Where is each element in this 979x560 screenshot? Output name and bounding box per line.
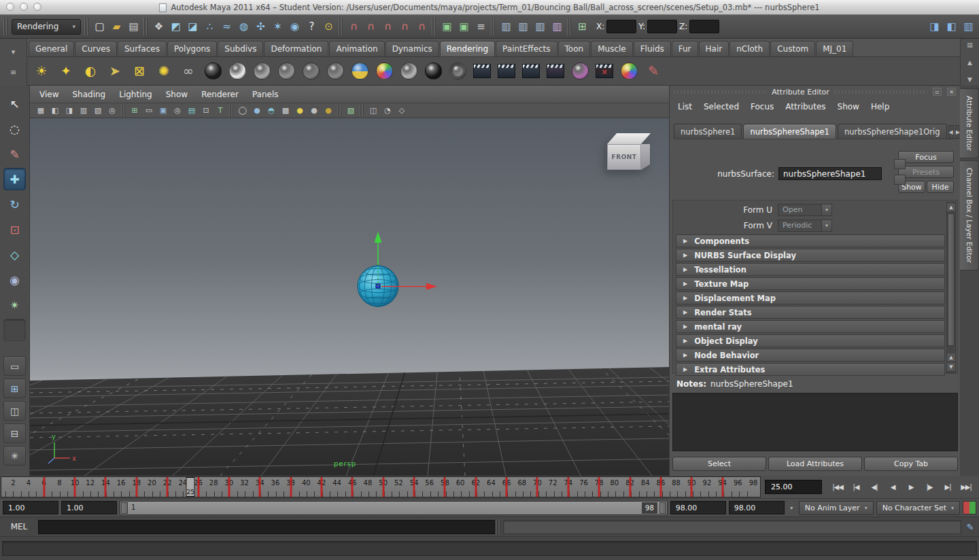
env-ball-icon[interactable] — [446, 59, 469, 84]
anisotropic-material-icon[interactable] — [275, 59, 298, 84]
bookmark-icon[interactable]: ▥ — [77, 105, 90, 117]
two-d-pan-zoom-icon[interactable]: ◎ — [105, 105, 119, 117]
object-display-section[interactable]: ▶ Object Display — [676, 334, 945, 347]
smooth-shade-icon[interactable]: ● — [250, 105, 264, 117]
view-cube[interactable]: FRONT — [606, 133, 654, 175]
displacement-map-section[interactable]: ▶ Displacement Map — [676, 292, 945, 304]
shelf-tab-fluids[interactable]: Fluids — [634, 41, 671, 56]
ramp-texture-icon[interactable] — [373, 59, 396, 84]
step-back-key-button[interactable]: |◀ — [847, 479, 865, 495]
copy-tab-button[interactable]: Copy Tab — [864, 457, 958, 471]
node-behavior-section[interactable]: ▶ Node Behavior — [676, 349, 945, 362]
side-tab-attribute-editor[interactable]: Attribute Editor — [960, 88, 979, 158]
show-menu[interactable]: Show — [166, 90, 188, 99]
list-menu[interactable]: List — [678, 102, 692, 111]
blinn-material-icon[interactable] — [201, 59, 224, 84]
scroll-down-icon[interactable]: ▼ — [947, 363, 955, 372]
point-light-icon[interactable]: ☀ — [30, 59, 53, 84]
mental-ray-section[interactable]: ▶ mental ray — [676, 320, 945, 333]
render-current-frame-icon[interactable]: ▥ — [515, 18, 532, 35]
viewport-canvas[interactable]: y x FRONT persp — [30, 118, 669, 476]
spot-light-icon[interactable]: ✦ — [54, 59, 78, 84]
range-slider[interactable]: 1 98 — [120, 501, 668, 515]
play-forwards-button[interactable]: ▶ — [902, 479, 920, 495]
attributes-menu[interactable]: Attributes — [785, 102, 825, 111]
render-view-icon[interactable]: ▥ — [498, 18, 515, 35]
menu-set-selector[interactable]: Rendering ▾ — [12, 19, 81, 35]
scrollbar-thumb[interactable] — [948, 213, 955, 346]
view-cube-top-face[interactable] — [607, 133, 651, 144]
select-camera-icon[interactable]: ▦ — [34, 105, 48, 117]
toggle-tool-settings-icon[interactable]: ◧ — [943, 18, 960, 35]
paint-effects-brush-icon[interactable]: ✎ — [642, 59, 665, 84]
shelf-tab-dynamics[interactable]: Dynamics — [385, 41, 439, 56]
move-tool[interactable]: ✚ — [3, 168, 26, 190]
xray-icon[interactable]: ◫ — [366, 105, 380, 117]
shelf-scroll-down-icon[interactable]: ▼ — [967, 76, 972, 83]
nurbs-surface-display-section[interactable]: ▶ NURBS Surface Display — [676, 249, 945, 262]
volume-light-icon[interactable]: ✺ — [152, 59, 175, 84]
selected-menu[interactable]: Selected — [704, 102, 739, 111]
shelf-tab-polygons[interactable]: Polygons — [167, 41, 217, 56]
focus-button[interactable]: Focus — [898, 151, 954, 163]
presets-button[interactable]: Presets — [898, 166, 954, 178]
shelf-tab-mj-01[interactable]: MJ_01 — [816, 41, 853, 56]
shelf-tab-deformation[interactable]: Deformation — [264, 41, 328, 56]
scale-tool[interactable]: ⊡ — [3, 218, 26, 241]
shelf-tab-curves[interactable]: Curves — [75, 41, 117, 56]
universal-manipulator-tool[interactable]: ◇ — [3, 243, 26, 266]
selection-mask-dynamics-icon[interactable]: ✶ — [269, 18, 286, 35]
phong-material-icon[interactable] — [226, 59, 249, 84]
shelf-tab-surfaces[interactable]: Surfaces — [118, 41, 167, 56]
render-stats-section[interactable]: ▶ Render Stats — [676, 306, 945, 319]
playback-end-field[interactable]: 98.00 — [670, 501, 726, 514]
shelf-tab-fur[interactable]: Fur — [672, 41, 698, 56]
checkered-icon[interactable]: ▩ — [279, 105, 292, 117]
field-chart-icon[interactable]: ▤ — [185, 105, 199, 117]
gate-mask-icon[interactable]: ◎ — [171, 105, 184, 117]
focus-menu[interactable]: Focus — [751, 102, 774, 111]
quick-select-grid-icon[interactable]: ⊞ — [574, 18, 591, 35]
scroll-up-icon[interactable]: ▲ — [947, 353, 955, 362]
current-frame-marker[interactable]: 25 — [186, 477, 195, 497]
tab-nurbssphereshape1[interactable]: nurbsSphereShape1 — [743, 124, 836, 139]
extra-attributes-section[interactable]: ▶ Extra Attributes — [676, 363, 945, 376]
lambert-material-icon[interactable] — [250, 59, 273, 84]
go-to-start-button[interactable]: |◀◀ — [829, 479, 846, 495]
camera-attributes-icon[interactable]: ◨ — [63, 105, 76, 117]
resolution-gate-icon[interactable]: ▣ — [156, 105, 170, 117]
select-by-hierarchy-icon[interactable]: ❖ — [150, 18, 167, 35]
render-current-frame-shelf-icon[interactable] — [495, 59, 518, 84]
shelf-tab-general[interactable]: General — [29, 41, 74, 56]
scrollbar[interactable]: ▲ ▲ ▼ — [946, 202, 956, 373]
renderer-menu[interactable]: Renderer — [201, 90, 239, 99]
ae-show-menu[interactable]: Show — [838, 102, 859, 111]
shelf-tab-toon[interactable]: Toon — [558, 41, 591, 56]
view-cube-front-face[interactable]: FRONT — [607, 144, 641, 170]
x-coordinate-input[interactable] — [606, 20, 636, 33]
rotate-tool[interactable]: ↻ — [3, 193, 26, 215]
layout-persp-outliner-button[interactable]: ◫ — [3, 401, 26, 421]
phonge-material-icon[interactable] — [299, 59, 322, 84]
shelf-tab-painteffects[interactable]: PaintEffects — [496, 41, 557, 56]
y-axis-arrow[interactable] — [375, 232, 382, 243]
hide-button[interactable]: Hide — [927, 181, 954, 193]
shelf-tab-menu-icon[interactable]: ▾ — [12, 48, 16, 56]
use-no-lights-icon[interactable]: ● — [322, 105, 335, 117]
view-menu[interactable]: View — [39, 90, 58, 99]
animation-end-field[interactable]: 98.00 — [729, 501, 785, 514]
tab-nurbssphere1[interactable]: nurbsSphere1 — [674, 124, 742, 139]
shelf-tab-hair[interactable]: Hair — [699, 41, 729, 56]
plugin-shapes-icon[interactable]: ◔ — [381, 105, 394, 117]
range-end-handle[interactable] — [659, 502, 666, 514]
ipr-render-icon[interactable]: ▥ — [532, 18, 549, 35]
layered-shader-icon[interactable] — [324, 59, 347, 84]
notes-field[interactable] — [672, 393, 958, 451]
help-icon[interactable]: ? — [303, 18, 320, 35]
step-back-frame-button[interactable]: ◀| — [865, 479, 883, 495]
layout-persp-graph-button[interactable]: ⊟ — [3, 423, 26, 443]
form-v-dropdown[interactable]: Periodic ▾ — [778, 220, 832, 232]
lock-camera-icon[interactable]: ◧ — [48, 105, 62, 117]
z-coordinate-input[interactable] — [689, 20, 719, 33]
select-by-object-icon[interactable]: ◩ — [167, 18, 184, 35]
